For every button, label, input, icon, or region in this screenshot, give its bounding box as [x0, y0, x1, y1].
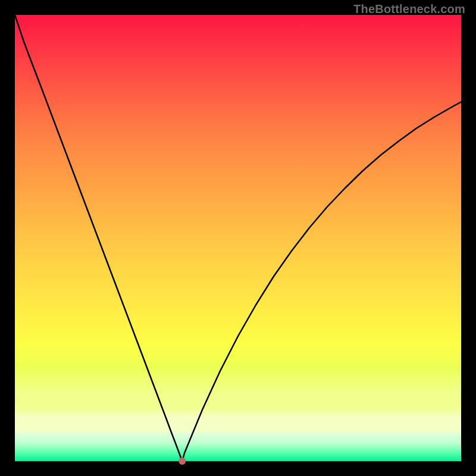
chart-container: TheBottleneck.com	[0, 0, 476, 476]
marker-dot	[178, 458, 186, 465]
bottleneck-curve	[15, 15, 461, 461]
watermark-text: TheBottleneck.com	[353, 2, 465, 16]
plot-area	[15, 15, 461, 461]
